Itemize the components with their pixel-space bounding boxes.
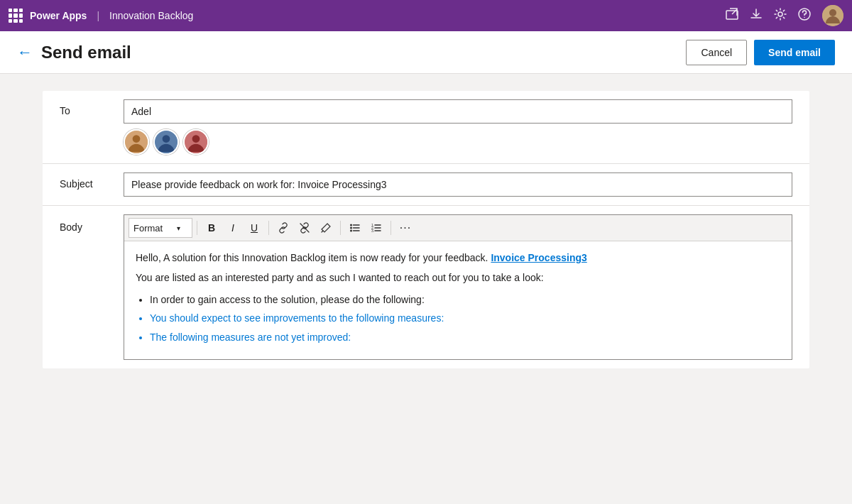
svg-rect-0 <box>726 11 738 19</box>
navbar: Power Apps | Innovation Backlog <box>0 0 852 31</box>
page-title: Send email <box>41 43 131 62</box>
form-row-to: To <box>43 91 809 164</box>
toolbar-divider-4 <box>390 221 391 235</box>
bold-button[interactable]: B <box>202 218 222 238</box>
waffle-menu-icon[interactable] <box>9 9 23 23</box>
rich-text-editor: Format ▾ B I U <box>124 214 792 360</box>
svg-line-12 <box>300 224 309 232</box>
svg-point-7 <box>133 135 141 143</box>
share-icon[interactable] <box>726 8 738 24</box>
insert-link-button[interactable] <box>273 218 293 238</box>
svg-point-1 <box>778 12 782 16</box>
toolbar-divider-3 <box>340 221 341 235</box>
user-avatar[interactable] <box>822 5 843 26</box>
toolbar-divider-2 <box>268 221 269 235</box>
form-row-body: Body Format ▾ B I U <box>43 206 809 368</box>
to-label: To <box>60 99 109 116</box>
app-name[interactable]: Power Apps <box>30 10 87 21</box>
format-label: Format <box>133 223 163 234</box>
download-icon[interactable] <box>750 8 763 24</box>
body-line-1: Hello, A solution for this Innovation Ba… <box>136 250 780 265</box>
body-bullet-list: In order to gain access to the solution,… <box>150 292 780 345</box>
invoice-processing-link[interactable]: Invoice Processing3 <box>491 252 586 263</box>
main-content: To <box>43 91 809 368</box>
highlight-button[interactable] <box>316 218 336 238</box>
svg-point-5 <box>829 9 836 16</box>
header-actions: Cancel Send email <box>686 40 835 65</box>
page-title-area: ← Send email <box>17 43 131 62</box>
bullet-item-1: In order to gain access to the solution,… <box>150 292 780 307</box>
editor-toolbar: Format ▾ B I U <box>124 215 792 241</box>
nav-separator: | <box>97 10 99 21</box>
body-line1-prefix: Hello, A solution for this Innovation Ba… <box>136 252 491 263</box>
numbered-list-button[interactable]: 1. 2. 3. <box>366 218 386 238</box>
bullet-item-2: You should expect to see improvements to… <box>150 310 780 326</box>
help-icon[interactable] <box>798 8 811 24</box>
form-row-subject: Subject <box>43 164 809 206</box>
remove-link-button[interactable] <box>295 218 315 238</box>
italic-button[interactable]: I <box>223 218 243 238</box>
subject-input[interactable] <box>124 172 792 197</box>
to-field-container <box>124 99 792 155</box>
toolbar-divider-1 <box>197 221 197 235</box>
send-email-button[interactable]: Send email <box>754 40 835 65</box>
underline-button[interactable]: U <box>244 218 264 238</box>
body-field-container: Format ▾ B I U <box>124 214 792 360</box>
more-options-button[interactable]: ··· <box>395 218 415 238</box>
settings-icon[interactable] <box>774 8 787 24</box>
avatar-3[interactable] <box>183 129 209 155</box>
to-input[interactable] <box>124 99 792 124</box>
page-name[interactable]: Innovation Backlog <box>109 10 193 21</box>
page-header: ← Send email Cancel Send email <box>0 31 852 74</box>
bullet-item-3: The following measures are not yet impro… <box>150 329 780 345</box>
svg-point-11 <box>192 135 200 143</box>
avatar-1[interactable] <box>124 129 149 155</box>
bullet-list-button[interactable] <box>345 218 365 238</box>
svg-point-14 <box>350 227 352 229</box>
subject-label: Subject <box>60 172 109 190</box>
format-dropdown-arrow: ▾ <box>177 224 180 232</box>
svg-point-3 <box>804 16 805 18</box>
subject-field-container <box>124 172 792 197</box>
body-label: Body <box>60 214 109 233</box>
editor-body[interactable]: Hello, A solution for this Innovation Ba… <box>124 241 792 359</box>
svg-text:3.: 3. <box>371 229 374 233</box>
body-line-2: You are listed as an interested party an… <box>136 270 780 285</box>
avatar-2[interactable] <box>153 129 179 155</box>
format-dropdown[interactable]: Format ▾ <box>129 218 192 238</box>
navbar-left: Power Apps | Innovation Backlog <box>9 9 193 23</box>
svg-point-15 <box>350 230 352 232</box>
svg-point-13 <box>350 224 352 226</box>
svg-point-9 <box>163 135 170 143</box>
back-button[interactable]: ← <box>17 43 33 62</box>
recipient-avatars <box>124 129 792 155</box>
navbar-right <box>726 5 843 26</box>
cancel-button[interactable]: Cancel <box>686 40 747 65</box>
